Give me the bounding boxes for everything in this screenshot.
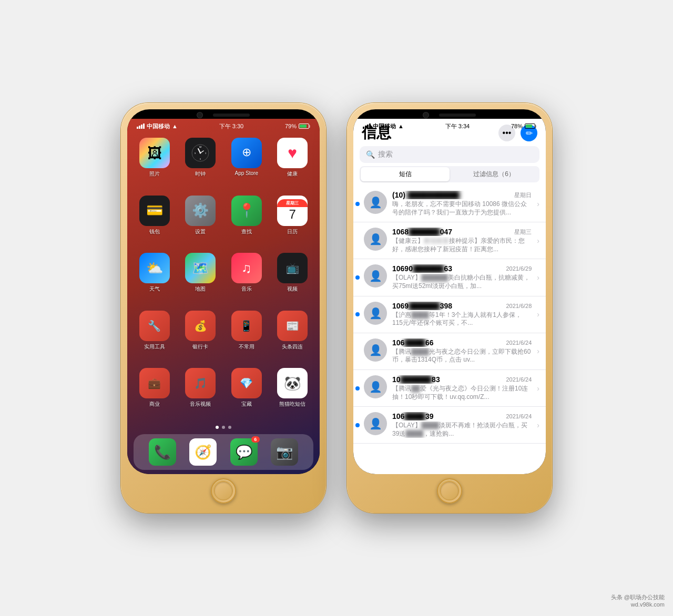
- signal-bar-r3: [367, 125, 369, 129]
- app-music-wrap[interactable]: ♫ 音乐: [228, 253, 266, 302]
- search-bar[interactable]: 🔍 搜索: [360, 146, 539, 163]
- app-treasure-icon[interactable]: 💎: [231, 368, 262, 398]
- msg-header-3: 10690██████63 2021/6/29: [392, 264, 532, 273]
- watermark-line1: 头条 @职场办公技能: [611, 593, 665, 601]
- message-item-3[interactable]: 👤 10690██████63 2021/6/29 【OLAY】██████美白…: [353, 259, 546, 296]
- app-mediavid-label: 音乐视频: [190, 401, 211, 408]
- message-item-5[interactable]: 👤 106████66 2021/6/24 【腾讯████光与夜之恋今日公测，立…: [353, 333, 546, 370]
- message-item-6[interactable]: 👤 10██████83 2021/6/24 【腾讯██爱《光与夜之恋》今日公测…: [353, 370, 546, 407]
- msg-chevron-6: ›: [537, 384, 539, 393]
- battery-fill-right: [526, 125, 532, 128]
- app-tv-wrap[interactable]: 📺 视频: [274, 253, 312, 302]
- battery-right: 78%: [511, 123, 536, 129]
- msg-time-7: 2021/6/24: [506, 413, 532, 419]
- msg-chevron-7: ›: [537, 421, 539, 429]
- dock-phone[interactable]: 📞: [149, 438, 176, 466]
- app-weather-wrap[interactable]: ⛅ 天气: [136, 253, 174, 302]
- segment-filtered[interactable]: 过滤信息（6）: [450, 167, 538, 181]
- app-bank-label: 银行卡: [192, 343, 208, 351]
- time-right: 下午 3:34: [445, 122, 470, 130]
- message-list: 👤 (10) ██████████ 星期日 嗨，老朋友，忘不需要中国移动 100…: [353, 186, 546, 474]
- dock: 📞 🧭 💬 6 📷: [134, 434, 313, 470]
- unread-dot-1: [355, 202, 360, 206]
- app-maps-icon[interactable]: 🗺️: [185, 253, 216, 283]
- app-tools-icon[interactable]: 🔧: [139, 311, 170, 341]
- app-wallet-icon[interactable]: 💳: [139, 196, 170, 226]
- app-clock-icon[interactable]: 12 3 6 9: [185, 138, 216, 168]
- dock-safari[interactable]: 🧭: [189, 438, 217, 466]
- app-toutiao-wrap[interactable]: 📰 头条四连: [274, 311, 312, 360]
- battery-icon-left: [299, 124, 310, 129]
- carrier-text-left: 中国移动: [147, 122, 170, 130]
- app-maps-wrap[interactable]: 🗺️ 地图: [182, 253, 220, 302]
- msg-avatar-5: 👤: [364, 338, 387, 362]
- app-appstore-wrap[interactable]: ⊕ App Store: [228, 138, 266, 187]
- app-weather-icon[interactable]: ⛅: [139, 253, 170, 283]
- iphone-right: 中国移动 ▲ 下午 3:34 78%: [347, 103, 552, 513]
- message-item-2[interactable]: 👤 1068██████047 星期三 【健康云】新冠疫苗接种提示】亲爱的市民：…: [353, 222, 546, 259]
- app-wallet-wrap[interactable]: 💳 钱包: [136, 196, 174, 245]
- msg-time-6: 2021/6/24: [506, 376, 532, 383]
- signal-bar-3: [141, 125, 142, 129]
- msg-time-2: 星期三: [514, 228, 532, 236]
- home-button-inner-right: [440, 481, 459, 500]
- msg-content-3: 10690██████63 2021/6/29 【OLAY】██████美白抗糖…: [392, 264, 532, 290]
- app-tools-wrap[interactable]: 🔧 实用工具: [136, 311, 174, 360]
- signal-bar-r4: [369, 124, 371, 129]
- message-item-1[interactable]: 👤 (10) ██████████ 星期日 嗨，老朋友，忘不需要中国移动 100…: [353, 186, 546, 222]
- msg-sender-7: 106████39: [392, 412, 504, 420]
- status-bar-left: 中国移动 ▲ 下午 3:30 79%: [127, 119, 320, 134]
- app-settings-icon[interactable]: ⚙️: [185, 196, 216, 226]
- app-appstore-icon[interactable]: ⊕: [231, 138, 262, 168]
- msg-preview-6: 【腾讯██爱《光与夜之恋》今日公测！注册10连抽！10秒即可下载！uv.qq.c…: [392, 385, 532, 401]
- app-misc-icon[interactable]: 📱: [231, 311, 262, 341]
- app-health-icon[interactable]: ♥: [277, 138, 308, 168]
- app-maps-label: 地图: [195, 285, 206, 293]
- app-biz-icon[interactable]: 💼: [139, 368, 170, 398]
- app-panda-icon[interactable]: 🐼: [277, 368, 308, 398]
- app-misc-label: 不常用: [239, 343, 254, 351]
- app-treasure-wrap[interactable]: 💎 宝藏: [228, 368, 266, 417]
- dock-messages[interactable]: 💬 6: [230, 438, 258, 466]
- message-item-7[interactable]: 👤 106████39 2021/6/24 【OLAY】████淡斑不再难！抢淡…: [353, 407, 546, 444]
- app-find-icon[interactable]: 📍: [231, 196, 262, 226]
- svg-point-8: [200, 152, 201, 154]
- home-button-right[interactable]: [437, 478, 462, 504]
- speaker-grill-right: [439, 114, 476, 117]
- battery-body-left: [299, 124, 309, 129]
- battery-fill-left: [300, 125, 307, 128]
- clock-svg: 12 3 6 9: [191, 143, 210, 162]
- message-item-4[interactable]: 👤 1069██████398 2021/6/28 【沪惠████等1年！3个上…: [353, 296, 546, 333]
- app-toutiao-icon[interactable]: 📰: [277, 311, 308, 341]
- app-bank-wrap[interactable]: 💰 银行卡: [182, 311, 220, 360]
- app-mediavid-wrap[interactable]: 🎵 音乐视频: [182, 368, 220, 417]
- app-photos-icon[interactable]: 🖼: [139, 138, 170, 168]
- app-tv-icon[interactable]: 📺: [277, 253, 308, 283]
- unread-dot-6: [355, 386, 360, 391]
- app-bank-icon[interactable]: 💰: [185, 311, 216, 341]
- app-biz-wrap[interactable]: 💼 商业: [136, 368, 174, 417]
- app-biz-label: 商业: [149, 401, 160, 408]
- app-health-wrap[interactable]: ♥ 健康: [274, 138, 312, 187]
- app-photos-wrap[interactable]: 🖼 照片: [136, 138, 174, 187]
- app-grid: 🖼 照片 12 3 6 9: [127, 119, 320, 423]
- app-photos-label: 照片: [149, 170, 160, 178]
- app-misc-wrap[interactable]: 📱 不常用: [228, 311, 266, 360]
- app-find-wrap[interactable]: 📍 查找: [228, 196, 266, 245]
- home-button-left[interactable]: [211, 478, 236, 504]
- app-music-icon[interactable]: ♫: [231, 253, 262, 283]
- app-clock-wrap[interactable]: 12 3 6 9 时钟: [182, 138, 220, 187]
- segment-sms[interactable]: 短信: [361, 167, 450, 181]
- msg-preview-2: 【健康云】新冠疫苗接种提示】亲爱的市民：您好，感谢您接种了新冠疫苗！距离您...: [392, 237, 532, 253]
- app-calendar-wrap[interactable]: 星期三 7 日历: [274, 196, 312, 245]
- app-settings-wrap[interactable]: ⚙️ 设置: [182, 196, 220, 245]
- unread-dot-7: [355, 423, 360, 427]
- dock-camera[interactable]: 📷: [271, 438, 298, 466]
- app-mediavid-icon[interactable]: 🎵: [185, 368, 216, 398]
- msg-header-7: 106████39 2021/6/24: [392, 412, 532, 420]
- signal-bar-4: [143, 124, 145, 129]
- signal-bar-r1: [363, 127, 364, 129]
- app-calendar-icon[interactable]: 星期三 7: [277, 196, 308, 226]
- app-panda-wrap[interactable]: 🐼 熊猫吃短信: [274, 368, 312, 417]
- msg-content-4: 1069██████398 2021/6/28 【沪惠████等1年！3个上海人…: [392, 302, 532, 327]
